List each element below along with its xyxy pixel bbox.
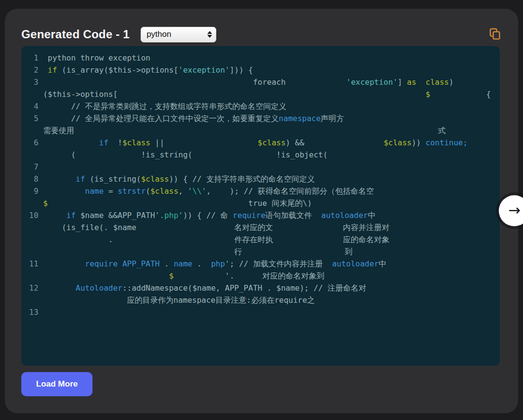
- code-row: 2 if (is_array($this->options['exception…: [29, 64, 500, 76]
- code-row: $ '. 对应的命名对象到: [29, 270, 500, 282]
- code-block[interactable]: 1 python throw exception 2 if (is_array(…: [21, 46, 500, 366]
- card-header: Generated Code - 1 python: [21, 24, 502, 45]
- arrow-right-icon: →: [508, 203, 520, 218]
- code-row: 10 if $name &&APP_PATH'.php')) { // 命 re…: [29, 209, 500, 221]
- code-row: 1 python throw exception: [29, 52, 500, 64]
- page-title: Generated Code - 1: [21, 28, 130, 41]
- code-row: 8 if (is_string($class)) { // 支持字符串形式的命名…: [29, 173, 500, 185]
- code-row: 3 foreach 'exception'] as class): [29, 76, 500, 88]
- code-row: ($this->options[ $ {: [29, 88, 500, 100]
- code-row: (is_file(. $name 名对应的文 内容并注册对: [29, 221, 500, 233]
- language-select-value: python: [147, 30, 204, 39]
- code-row: 需要使用 式: [29, 124, 500, 137]
- code-row: 9 name = strstr($class, '\\', ); // 获得命名…: [29, 185, 500, 197]
- code-content: 1 python throw exception 2 if (is_array(…: [21, 46, 500, 324]
- copy-icon: [489, 28, 501, 42]
- code-row: $ true 间末尾的\): [29, 197, 500, 209]
- code-row: 5 // 全局异常处理只能在入口文件中设定一次，如要重复定义namespace声…: [29, 112, 500, 124]
- code-row: 应的目录作为namespace目录注意:必须在require之: [29, 294, 500, 306]
- code-row: ( !is_string( !is_object(: [29, 149, 500, 161]
- load-more-button[interactable]: Load More: [21, 372, 92, 396]
- code-row: 6 if !$class || $class) && $class)) cont…: [29, 137, 500, 149]
- code-row: 12 Autoloader::addNamespace($name, APP_P…: [29, 282, 500, 294]
- code-row: 7: [29, 161, 500, 173]
- up-down-arrows-icon: [207, 31, 212, 38]
- code-row: 行 到: [29, 246, 500, 258]
- code-row: 4 // 不是异常类则跳过，支持数组或字符串形式的命名空间定义: [29, 100, 500, 112]
- language-select[interactable]: python: [140, 27, 216, 43]
- code-row: . 件存在时执 应的命名对象: [29, 233, 500, 246]
- copy-button[interactable]: [488, 27, 502, 43]
- code-row: 13: [29, 306, 500, 318]
- generated-code-card: Generated Code - 1 python 1 python throw…: [5, 9, 518, 413]
- code-row: 11 require APP_PATH . name . php'; // 加载…: [29, 258, 500, 270]
